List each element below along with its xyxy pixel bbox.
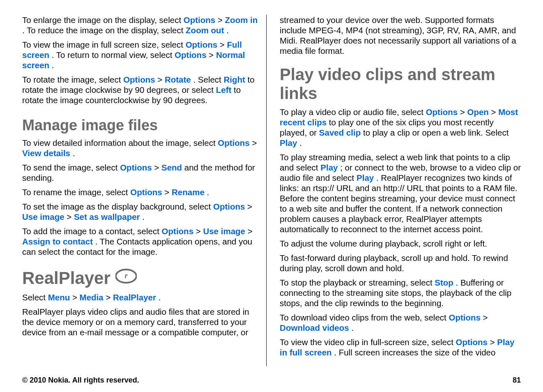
options-link[interactable]: Options [123, 75, 155, 84]
paragraph-volume: To adjust the volume during playback, sc… [280, 238, 521, 249]
play-link[interactable]: Play [320, 163, 338, 172]
play-link[interactable]: Play [280, 138, 297, 148]
use-image-link[interactable]: Use image [22, 212, 64, 221]
separator: > [218, 15, 225, 25]
text: To enlarge the image on the display, sel… [22, 15, 184, 25]
paragraph-fastforward: To fast-forward during playback, scroll … [280, 253, 521, 273]
options-link[interactable]: Options [449, 313, 480, 322]
text: . Select [193, 75, 223, 84]
text: To view detailed information about the i… [22, 138, 218, 148]
separator: > [247, 202, 252, 211]
text: To play a video clip or audio file, sele… [280, 107, 426, 117]
view-details-link[interactable]: View details [22, 148, 70, 158]
text: . [73, 148, 75, 158]
heading-play-video-clips: Play video clips and stream links [280, 65, 521, 103]
download-videos-link[interactable]: Download videos [280, 323, 349, 332]
left-link[interactable]: Left [216, 85, 232, 95]
assign-to-contact-link[interactable]: Assign to contact [22, 237, 93, 246]
text: To view the video clip in full-screen si… [280, 337, 456, 347]
saved-clip-link[interactable]: Saved clip [319, 128, 361, 137]
set-as-wallpaper-link[interactable]: Set as wallpaper [74, 212, 140, 221]
content-columns: To enlarge the image on the display, sel… [22, 15, 521, 366]
paragraph-download-videos: To download video clips from the web, se… [280, 312, 521, 333]
heading-realplayer: RealPlayer r [22, 268, 259, 288]
paragraph-play-fullscreen: To view the video clip in full-screen si… [280, 337, 521, 357]
realplayer-icon: r [115, 268, 137, 288]
options-link[interactable]: Options [426, 107, 458, 117]
paragraph-fullscreen: To view the image in full screen size, s… [22, 39, 259, 70]
text: to play a clip or open a web link. Selec… [363, 128, 508, 137]
options-link[interactable]: Options [213, 202, 245, 211]
svg-text:r: r [124, 272, 128, 280]
page-number: 81 [513, 376, 521, 385]
separator: > [490, 337, 497, 347]
text: To add the image to a contact, select [22, 226, 162, 236]
realplayer-link[interactable]: RealPlayer [113, 293, 156, 302]
separator: > [209, 50, 216, 60]
paragraph-stop: To stop the playback or streaming, selec… [280, 277, 521, 308]
separator: > [72, 293, 80, 302]
separator: > [491, 107, 499, 117]
text: . Full screen increases the size of the … [334, 348, 495, 357]
options-link[interactable]: Options [162, 226, 193, 236]
paragraph-zoom: To enlarge the image on the display, sel… [22, 15, 259, 35]
text: . [351, 323, 354, 332]
column-right: streamed to your device over the web. Su… [276, 15, 521, 366]
options-link[interactable]: Options [186, 40, 217, 49]
paragraph-formats: streamed to your device over the web. Su… [280, 15, 521, 56]
separator: > [164, 187, 172, 197]
right-link[interactable]: Right [224, 75, 245, 84]
text: . To return to normal view, select [52, 50, 175, 60]
options-link[interactable]: Options [120, 163, 152, 172]
separator: > [483, 313, 488, 322]
paragraph-play-options: To play a video clip or audio file, sele… [280, 107, 521, 148]
separator: > [67, 212, 74, 221]
text: . [159, 293, 161, 302]
separator: > [106, 293, 113, 302]
use-image-link[interactable]: Use image [203, 226, 245, 236]
rename-link[interactable]: Rename [172, 187, 205, 197]
options-link[interactable]: Options [175, 50, 206, 60]
stop-link[interactable]: Stop [435, 278, 453, 287]
open-link[interactable]: Open [467, 107, 488, 117]
text: . [142, 212, 145, 221]
copyright-text: © 2010 Nokia. All rights reserved. [22, 376, 139, 385]
zoom-out-link[interactable]: Zoom out [186, 25, 224, 35]
separator: > [252, 138, 257, 148]
paragraph-rename: To rename the image, select Options > Re… [22, 187, 259, 197]
options-link[interactable]: Options [184, 15, 215, 25]
text: To set the image as the display backgrou… [22, 202, 213, 211]
text: . To reduce the image on the display, se… [22, 25, 186, 35]
menu-link[interactable]: Menu [48, 293, 70, 302]
zoom-in-link[interactable]: Zoom in [225, 15, 258, 25]
separator: > [460, 107, 467, 117]
text: To rename the image, select [22, 187, 130, 197]
paragraph-realplayer-desc: RealPlayer plays video clips and audio f… [22, 307, 259, 337]
text: To rotate the image, select [22, 75, 123, 84]
rotate-link[interactable]: Rotate [165, 75, 191, 84]
text: . [299, 138, 302, 148]
media-link[interactable]: Media [80, 293, 104, 302]
separator: > [220, 40, 227, 49]
text: . [207, 187, 209, 197]
options-link[interactable]: Options [130, 187, 162, 197]
paragraph-view-details: To view detailed information about the i… [22, 138, 259, 158]
text: . [52, 60, 54, 70]
options-link[interactable]: Options [218, 138, 249, 148]
text: Select [22, 293, 48, 302]
paragraph-send: To send the image, select Options > Send… [22, 162, 259, 183]
text: To send the image, select [22, 163, 120, 172]
separator: > [196, 226, 203, 236]
send-link[interactable]: Send [161, 163, 182, 172]
text: To stop the playback or streaming, selec… [280, 278, 435, 287]
play-link[interactable]: Play [357, 173, 374, 182]
heading-manage-image-files: Manage image files [22, 117, 259, 134]
column-left: To enlarge the image on the display, sel… [22, 15, 267, 366]
options-link[interactable]: Options [456, 337, 488, 347]
page: To enlarge the image on the display, sel… [0, 0, 543, 392]
footer: © 2010 Nokia. All rights reserved. 81 [22, 366, 521, 392]
separator: > [154, 163, 161, 172]
text: To download video clips from the web, se… [280, 313, 449, 322]
paragraph-realplayer-path: Select Menu > Media > RealPlayer . [22, 292, 259, 302]
heading-realplayer-label: RealPlayer [22, 269, 110, 288]
